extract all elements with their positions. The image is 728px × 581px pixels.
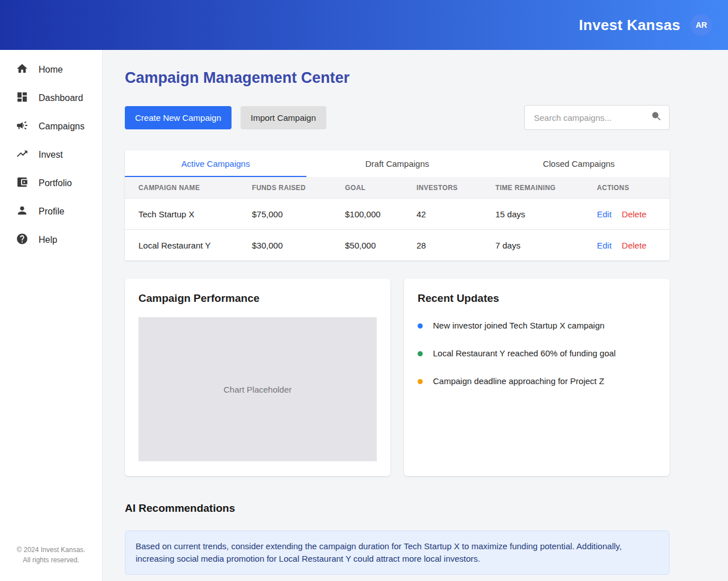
col-header-goal: GOAL bbox=[345, 184, 416, 192]
delete-button[interactable]: Delete bbox=[622, 241, 646, 250]
campaign-performance-card: Campaign Performance Chart Placeholder bbox=[125, 279, 390, 476]
updates-list: New investor joined Tech Startup X campa… bbox=[418, 317, 656, 386]
tab-active-campaigns[interactable]: Active Campaigns bbox=[125, 150, 306, 177]
col-header-campaign-name: CAMPAIGN NAME bbox=[138, 184, 252, 192]
sidebar-item-label: Profile bbox=[39, 207, 64, 217]
campaigns-panel: Active Campaigns Draft Campaigns Closed … bbox=[125, 150, 670, 260]
help-icon bbox=[16, 233, 28, 247]
card-title: Campaign Performance bbox=[138, 292, 377, 305]
campaign-name-cell: Local Restaurant Y bbox=[138, 241, 252, 250]
funds-raised-cell: $75,000 bbox=[252, 209, 345, 219]
dashboard-icon bbox=[16, 91, 28, 106]
time-remaining-cell: 15 days bbox=[495, 209, 597, 219]
table-row: Tech Startup X $75,000 $100,000 42 15 da… bbox=[125, 198, 670, 229]
goal-cell: $50,000 bbox=[345, 241, 416, 250]
campaign-tabs: Active Campaigns Draft Campaigns Closed … bbox=[125, 150, 670, 177]
wallet-icon bbox=[16, 176, 28, 191]
ai-recommendation-box: Based on current trends, consider extend… bbox=[125, 531, 670, 575]
user-avatar[interactable]: AR bbox=[691, 14, 712, 36]
sidebar-item-dashboard[interactable]: Dashboard bbox=[0, 84, 102, 112]
tab-draft-campaigns[interactable]: Draft Campaigns bbox=[306, 150, 488, 177]
home-icon bbox=[16, 62, 28, 77]
update-text: New investor joined Tech Startup X campa… bbox=[433, 321, 604, 330]
search-icon bbox=[651, 111, 662, 124]
page-title: Campaign Management Center bbox=[125, 69, 670, 87]
table-header-row: CAMPAIGN NAME FUNDS RAISED GOAL INVESTOR… bbox=[125, 177, 670, 198]
list-item: Local Restaurant Y reached 60% of fundin… bbox=[418, 348, 656, 358]
sidebar-item-invest[interactable]: Invest bbox=[0, 141, 102, 169]
megaphone-icon bbox=[16, 119, 28, 134]
import-campaign-button[interactable]: Import Campaign bbox=[241, 106, 326, 129]
sidebar-item-label: Dashboard bbox=[39, 93, 83, 103]
col-header-actions: ACTIONS bbox=[597, 184, 656, 192]
investors-cell: 42 bbox=[416, 209, 495, 219]
sidebar-item-profile[interactable]: Profile bbox=[0, 197, 102, 226]
list-item: Campaign deadline approaching for Projec… bbox=[418, 376, 656, 386]
sidebar-item-campaigns[interactable]: Campaigns bbox=[0, 112, 102, 141]
search-input[interactable] bbox=[534, 113, 651, 123]
col-header-time-remaining: TIME REMAINING bbox=[495, 184, 597, 192]
sidebar-item-label: Invest bbox=[39, 150, 63, 160]
campaign-name-cell: Tech Startup X bbox=[138, 209, 252, 219]
col-header-funds-raised: FUNDS RAISED bbox=[252, 184, 345, 192]
top-bar: Invest Kansas AR bbox=[0, 0, 728, 50]
layout: Home Dashboard Campaigns Invest bbox=[0, 50, 728, 581]
edit-button[interactable]: Edit bbox=[597, 209, 612, 219]
toolbar: Create New Campaign Import Campaign bbox=[125, 105, 670, 130]
green-dot-icon bbox=[418, 351, 423, 356]
sidebar-item-portfolio[interactable]: Portfolio bbox=[0, 169, 102, 197]
time-remaining-cell: 7 days bbox=[495, 241, 597, 250]
card-title: Recent Updates bbox=[418, 292, 656, 305]
sidebar-item-label: Home bbox=[39, 65, 63, 75]
sidebar-nav: Home Dashboard Campaigns Invest bbox=[0, 50, 102, 254]
main-area: Campaign Management Center Create New Ca… bbox=[102, 50, 728, 581]
dashboard-cards: Campaign Performance Chart Placeholder R… bbox=[125, 279, 670, 476]
search-box bbox=[524, 105, 670, 130]
actions-cell: Edit Delete bbox=[597, 209, 656, 219]
trending-up-icon bbox=[16, 148, 28, 162]
person-icon bbox=[16, 204, 28, 219]
sidebar-item-help[interactable]: Help bbox=[0, 226, 102, 254]
sidebar-item-label: Portfolio bbox=[39, 178, 72, 188]
list-item: New investor joined Tech Startup X campa… bbox=[418, 321, 656, 330]
goal-cell: $100,000 bbox=[345, 209, 416, 219]
table-row: Local Restaurant Y $30,000 $50,000 28 7 … bbox=[125, 229, 670, 260]
tab-closed-campaigns[interactable]: Closed Campaigns bbox=[488, 150, 670, 177]
actions-cell: Edit Delete bbox=[597, 241, 656, 250]
edit-button[interactable]: Edit bbox=[597, 241, 612, 250]
sidebar-item-home[interactable]: Home bbox=[0, 56, 102, 84]
update-text: Campaign deadline approaching for Projec… bbox=[433, 376, 604, 386]
ai-recommendations-title: AI Recommendations bbox=[125, 502, 670, 515]
chart-placeholder: Chart Placeholder bbox=[138, 317, 377, 461]
col-header-investors: INVESTORS bbox=[416, 184, 495, 192]
update-text: Local Restaurant Y reached 60% of fundin… bbox=[433, 348, 616, 358]
delete-button[interactable]: Delete bbox=[622, 209, 646, 219]
investors-cell: 28 bbox=[416, 241, 495, 250]
funds-raised-cell: $30,000 bbox=[252, 241, 345, 250]
sidebar-item-label: Help bbox=[39, 235, 57, 245]
orange-dot-icon bbox=[418, 379, 423, 384]
sidebar-item-label: Campaigns bbox=[39, 121, 85, 132]
create-campaign-button[interactable]: Create New Campaign bbox=[125, 106, 232, 129]
recent-updates-card: Recent Updates New investor joined Tech … bbox=[404, 279, 670, 476]
sidebar: Home Dashboard Campaigns Invest bbox=[0, 50, 102, 581]
blue-dot-icon bbox=[418, 323, 423, 329]
copyright-text: © 2024 Invest Kansas. All rights reserve… bbox=[0, 545, 102, 565]
app-title: Invest Kansas bbox=[579, 16, 680, 34]
